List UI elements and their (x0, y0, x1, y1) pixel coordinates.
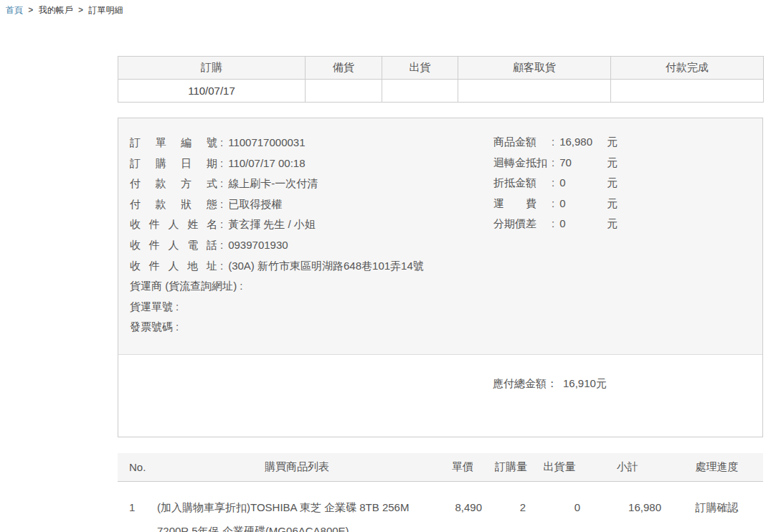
amount-row-product-total: 商品金額:16,980元 (493, 132, 618, 153)
breadcrumb-current: 訂單明細 (88, 5, 123, 15)
column-header-process-status: 處理進度 (671, 453, 763, 482)
amount-label: 商品金額 (493, 132, 549, 153)
column-header-order-qty: 訂購量 (488, 453, 534, 482)
info-row-payment-status: 付款狀態:已取得授權 (130, 194, 751, 215)
info-row-recipient-address: 收件人地址:(30A) 新竹市東區明湖路648巷101弄14號 (130, 256, 751, 277)
field-label: 付款方式 (130, 174, 217, 194)
order-detail-content: 訂購 備貨 出貨 顧客取貨 付款完成 110/07/17 訂單編號:110071… (118, 56, 763, 532)
order-info-left-column: 訂單編號:1100717000031 訂購日期:110/07/17 00:18 … (130, 133, 751, 338)
status-header-paid: 付款完成 (611, 57, 764, 80)
product-amount-value: 16,980 (559, 132, 607, 153)
product-process-status: 訂購確認 (671, 481, 763, 532)
field-colon: : (240, 280, 242, 292)
currency-unit: 元 (607, 197, 618, 209)
column-header-unit-price: 單價 (437, 453, 488, 482)
field-colon: : (220, 198, 223, 210)
order-amounts-column: 商品金額:16,980元 迴轉金抵扣:70元 折抵金額:0元 運 費:0元 分期… (493, 132, 618, 234)
info-row-tracking-number: 貨運單號: (130, 297, 751, 318)
status-header-ordered: 訂購 (118, 57, 306, 80)
status-header-row: 訂購 備貨 出貨 顧客取貨 付款完成 (118, 57, 764, 80)
field-label: 訂購日期 (130, 153, 217, 174)
product-unit-price: 8,490 (437, 481, 488, 532)
amount-label: 運 費 (493, 194, 549, 214)
breadcrumb-account: 我的帳戶 (39, 5, 73, 15)
order-number-value: 1100717000031 (228, 136, 305, 148)
field-colon: : (552, 197, 554, 209)
field-label: 貨運商 (貨流查詢網址) (130, 276, 237, 297)
column-header-product-list: 購買商品列表 (156, 453, 437, 482)
breadcrumb: 首頁 > 我的帳戶 > 訂單明細 (6, 4, 123, 16)
breadcrumb-home-link[interactable]: 首頁 (6, 5, 23, 15)
order-date-value: 110/07/17 00:18 (228, 157, 305, 169)
amount-label: 折抵金額 (493, 173, 549, 194)
shipping-fee-value: 0 (559, 194, 607, 214)
recipient-address-value: (30A) 新竹市東區明湖路648巷101弄14號 (228, 260, 424, 272)
info-row-carrier: 貨運商 (貨流查詢網址): (130, 276, 751, 297)
amount-label: 迴轉金抵扣 (493, 153, 549, 174)
breadcrumb-separator: > (78, 5, 83, 15)
order-info-main: 訂單編號:1100717000031 訂購日期:110/07/17 00:18 … (118, 118, 762, 355)
product-table-row: 1 (加入購物車享折扣)TOSHIBA 東芝 企業碟 8TB 256M 7200… (118, 481, 763, 532)
field-label: 發票號碼 (130, 317, 173, 338)
amount-row-shipping-fee: 運 費:0元 (493, 194, 618, 214)
payable-total-value: 16,910元 (563, 377, 607, 389)
field-colon: : (552, 156, 554, 168)
breadcrumb-separator: > (28, 5, 33, 15)
field-label: 訂單編號 (130, 133, 217, 153)
field-label: 貨運單號 (130, 297, 173, 318)
currency-unit: 元 (607, 156, 618, 168)
field-colon: : (220, 218, 223, 230)
column-header-subtotal: 小計 (585, 453, 671, 482)
column-header-ship-qty: 出貨量 (534, 453, 585, 482)
recipient-phone-value: 0939701930 (228, 239, 288, 251)
product-order-qty: 2 (488, 481, 534, 532)
status-header-pickup: 顧客取貨 (458, 57, 611, 80)
amount-label: 分期價差 (493, 214, 549, 234)
status-header-preparing: 備貨 (306, 57, 382, 80)
field-colon: : (176, 300, 179, 313)
installment-diff-value: 0 (559, 214, 607, 234)
info-row-payment-method: 付款方式:線上刷卡-一次付清 (130, 174, 751, 194)
currency-unit: 元 (607, 136, 618, 148)
status-shipped-date (382, 80, 458, 103)
amount-row-discount: 折抵金額:0元 (493, 173, 618, 194)
currency-unit: 元 (607, 217, 618, 229)
info-row-recipient-phone: 收件人電話:0939701930 (130, 235, 751, 256)
product-name: (加入購物車享折扣)TOSHIBA 東芝 企業碟 8TB 256M 7200R … (156, 481, 437, 532)
payable-total-label: 應付總金額： (493, 377, 557, 389)
info-row-order-date: 訂購日期:110/07/17 00:18 (130, 153, 751, 174)
rebate-deduction-value: 70 (559, 153, 607, 174)
field-label: 收件人地址 (130, 256, 217, 277)
field-colon: : (176, 320, 179, 333)
product-list-table: No. 購買商品列表 單價 訂購量 出貨量 小計 處理進度 1 (加入購物車享折… (118, 453, 763, 532)
currency-unit: 元 (607, 176, 618, 189)
order-info-box: 訂單編號:1100717000031 訂購日期:110/07/17 00:18 … (118, 118, 763, 437)
column-header-no: No. (118, 453, 156, 482)
payment-method-value: 線上刷卡-一次付清 (228, 177, 318, 189)
discount-value: 0 (559, 173, 607, 194)
field-label: 收件人姓名 (130, 214, 217, 235)
order-status-table: 訂購 備貨 出貨 顧客取貨 付款完成 110/07/17 (118, 56, 764, 103)
field-colon: : (220, 260, 223, 272)
field-label: 收件人電話 (130, 235, 217, 256)
status-pickup-date (458, 80, 611, 103)
field-colon: : (220, 136, 223, 148)
payable-total-section: 應付總金額：16,910元 (118, 355, 762, 437)
info-row-recipient-name: 收件人姓名:黃玄揮 先生 / 小姐 (130, 214, 751, 235)
product-subtotal: 16,980 (585, 481, 671, 532)
field-colon: : (220, 157, 223, 169)
product-ship-qty: 0 (534, 481, 585, 532)
recipient-name-value: 黃玄揮 先生 / 小姐 (228, 218, 316, 230)
info-row-order-number: 訂單編號:1100717000031 (130, 133, 751, 153)
status-ordered-date: 110/07/17 (118, 80, 306, 103)
field-colon: : (552, 176, 554, 189)
field-colon: : (552, 136, 554, 148)
field-colon: : (220, 239, 223, 251)
info-row-invoice-number: 發票號碼: (130, 317, 751, 338)
field-label: 付款狀態 (130, 194, 217, 215)
status-preparing-date (306, 80, 382, 103)
product-row-number: 1 (118, 481, 156, 532)
product-table-header-row: No. 購買商品列表 單價 訂購量 出貨量 小計 處理進度 (118, 453, 763, 482)
status-value-row: 110/07/17 (118, 80, 764, 103)
field-colon: : (552, 217, 554, 229)
